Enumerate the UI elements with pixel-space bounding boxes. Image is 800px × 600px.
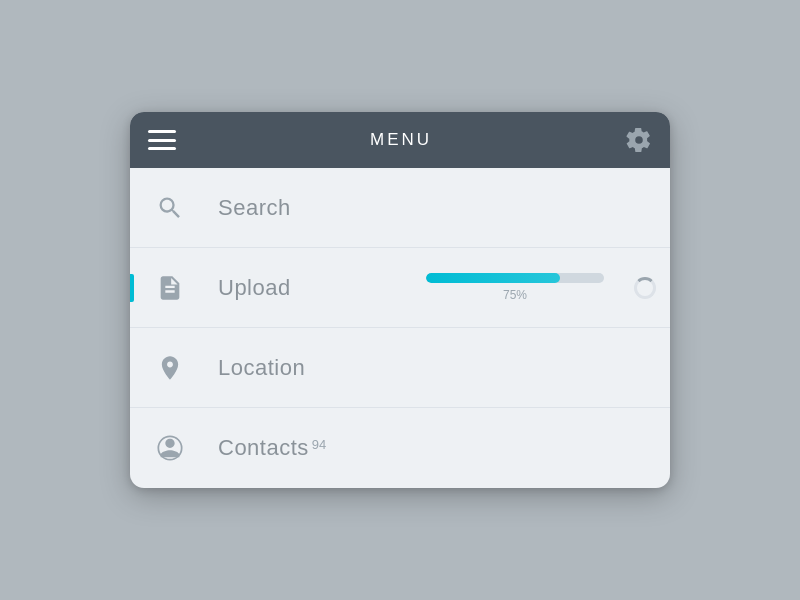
location-label-cell: Location bbox=[210, 355, 410, 381]
progress-track bbox=[426, 273, 604, 283]
menu-card: MENU Search Upload bbox=[130, 112, 670, 488]
menu-row-upload[interactable]: Upload 75% bbox=[130, 248, 670, 328]
contacts-icon bbox=[156, 434, 184, 462]
contacts-label-cell: Contacts94 bbox=[210, 435, 410, 461]
progress-fill bbox=[426, 273, 560, 283]
upload-icon-cell bbox=[130, 274, 210, 302]
contacts-badge: 94 bbox=[312, 437, 326, 452]
upload-content: 75% bbox=[410, 273, 620, 302]
search-icon bbox=[156, 194, 184, 222]
progress-label: 75% bbox=[503, 288, 527, 302]
upload-icon bbox=[156, 274, 184, 302]
gear-icon[interactable] bbox=[626, 127, 652, 153]
menu-row-location[interactable]: Location bbox=[130, 328, 670, 408]
menu-title: MENU bbox=[176, 130, 626, 150]
loading-spinner bbox=[634, 277, 656, 299]
search-label-cell: Search bbox=[210, 195, 410, 221]
spinner-cell bbox=[620, 277, 670, 299]
active-indicator bbox=[130, 274, 134, 302]
contacts-label: Contacts bbox=[218, 435, 309, 460]
menu-header: MENU bbox=[130, 112, 670, 168]
location-icon bbox=[156, 354, 184, 382]
search-label: Search bbox=[218, 195, 291, 220]
contacts-icon-cell bbox=[130, 434, 210, 462]
hamburger-icon[interactable] bbox=[148, 130, 176, 150]
location-icon-cell bbox=[130, 354, 210, 382]
progress-container: 75% bbox=[426, 273, 604, 302]
upload-label-cell: Upload bbox=[210, 275, 410, 301]
location-label: Location bbox=[218, 355, 305, 380]
upload-label: Upload bbox=[218, 275, 291, 300]
menu-row-contacts[interactable]: Contacts94 bbox=[130, 408, 670, 488]
search-icon-cell bbox=[130, 194, 210, 222]
menu-row-search[interactable]: Search bbox=[130, 168, 670, 248]
